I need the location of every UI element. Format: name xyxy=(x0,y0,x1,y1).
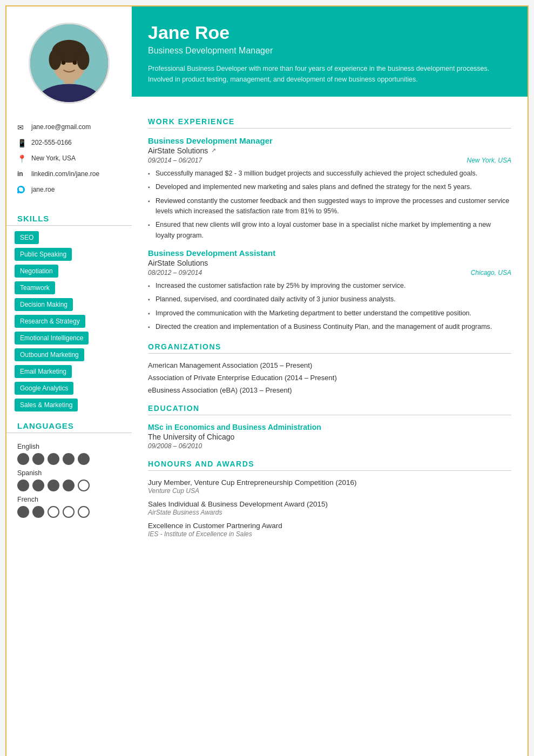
language-dot xyxy=(17,453,29,465)
language-dot xyxy=(32,506,44,518)
language-dot xyxy=(48,480,59,491)
location-item: 📍 New York, USA xyxy=(17,154,121,163)
job-dates: 09/2014 – 06/2017 xyxy=(148,157,202,164)
linkedin-icon: in xyxy=(17,170,27,178)
email-item: ✉ jane.roe@gmail.com xyxy=(17,123,121,132)
job-bullet: Developed and implemented new marketing … xyxy=(148,182,511,192)
language-dot xyxy=(32,480,44,491)
skills-list: SEOPublic SpeakingNegotiationTeamworkDec… xyxy=(6,231,132,417)
language-dots xyxy=(17,480,121,491)
job-bullet: Increased the customer satisfaction rate… xyxy=(148,281,511,291)
award-org: IES - Institute of Excellence in Sales xyxy=(148,530,511,538)
email-value: jane.roe@gmail.com xyxy=(31,123,91,132)
skill-badge: Emotional Intelligence xyxy=(15,332,89,345)
organization-item: Association of Private Enterprise Educat… xyxy=(148,374,511,382)
skype-value: jane.roe xyxy=(31,185,55,194)
svg-point-5 xyxy=(49,49,62,70)
language-dots xyxy=(17,506,121,518)
svg-point-8 xyxy=(73,60,77,65)
skype-icon xyxy=(17,186,27,195)
honours-heading: HONOURS AND AWARDS xyxy=(148,460,511,471)
language-dot xyxy=(78,453,90,465)
svg-point-6 xyxy=(77,49,89,70)
language-dot xyxy=(63,480,75,491)
external-link-icon[interactable]: ↗ xyxy=(211,147,216,154)
job-dates: 08/2012 – 09/2014 xyxy=(148,269,202,276)
phone-value: 202-555-0166 xyxy=(31,138,72,147)
language-dot xyxy=(48,453,59,465)
award-item: Jury Member, Venture Cup Entrepreneurshi… xyxy=(148,478,511,495)
honours-list: Jury Member, Venture Cup Entrepreneurshi… xyxy=(148,478,511,538)
candidate-name: Jane Roe xyxy=(148,22,511,44)
language-dot xyxy=(17,480,29,491)
company-name: AirState Solutions↗ xyxy=(148,146,511,155)
sidebar: ✉ jane.roe@gmail.com 📱 202-555-0166 📍 Ne… xyxy=(6,6,132,756)
candidate-summary: Professional Business Developer with mor… xyxy=(148,63,511,85)
edu-dates: 09/2008 – 06/2010 xyxy=(148,442,511,450)
email-icon: ✉ xyxy=(17,123,27,132)
company-name: AirState Solutions xyxy=(148,259,511,267)
job-item: Business Development AssistantAirState S… xyxy=(148,248,511,333)
language-dot xyxy=(32,453,44,465)
skill-badge: Decision Making xyxy=(15,298,73,311)
education-heading: EDUCATION xyxy=(148,404,511,415)
language-label: Spanish xyxy=(17,469,121,477)
language-dot xyxy=(78,480,90,491)
skill-badge: Teamwork xyxy=(15,281,55,294)
main-content: Jane Roe Business Development Manager Pr… xyxy=(132,6,528,756)
job-bullets: Increased the customer satisfaction rate… xyxy=(148,281,511,333)
contact-section: ✉ jane.roe@gmail.com 📱 202-555-0166 📍 Ne… xyxy=(6,114,132,210)
skill-badge: Research & Strategy xyxy=(15,315,85,328)
award-title: Jury Member, Venture Cup Entrepreneurshi… xyxy=(148,478,511,487)
language-label: French xyxy=(17,496,121,503)
job-location: Chicago, USA xyxy=(471,269,511,276)
avatar-image xyxy=(30,23,108,104)
education-item: MSc in Economics and Business Administra… xyxy=(148,423,511,450)
job-bullet: Improved the communication with the Mark… xyxy=(148,308,511,319)
skill-badge: Negotiation xyxy=(15,265,58,278)
language-dot xyxy=(17,506,29,518)
linkedin-value: linkedin.com/in/jane.roe xyxy=(31,170,99,179)
skills-heading: SKILLS xyxy=(6,210,132,226)
job-title: Business Development Manager xyxy=(148,136,511,145)
language-dot xyxy=(48,506,59,518)
resume-container: ✉ jane.roe@gmail.com 📱 202-555-0166 📍 Ne… xyxy=(5,5,529,756)
job-item: Business Development ManagerAirState Sol… xyxy=(148,136,511,241)
photo-section xyxy=(6,6,132,114)
phone-item: 📱 202-555-0166 xyxy=(17,138,121,147)
work-experience-heading: WORK EXPERIENCE xyxy=(148,117,511,129)
edu-school: The University of Chicago xyxy=(148,433,511,441)
job-bullet: Reviewed constantly the customer feedbac… xyxy=(148,196,511,217)
skill-badge: Email Marketing xyxy=(15,365,72,378)
skill-badge: Public Speaking xyxy=(15,248,72,261)
profile-photo xyxy=(29,23,110,104)
candidate-title: Business Development Manager xyxy=(148,46,511,56)
award-title: Sales Individual & Business Development … xyxy=(148,500,511,508)
job-bullet: Successfully managed $2 - 3 million budg… xyxy=(148,168,511,179)
skill-badge: Sales & Marketing xyxy=(15,399,78,411)
job-bullet: Planned, supervised, and coordinated dai… xyxy=(148,294,511,305)
phone-icon: 📱 xyxy=(17,139,27,147)
language-dot xyxy=(78,506,90,518)
content-body: WORK EXPERIENCE Business Development Man… xyxy=(132,97,528,554)
award-item: Sales Individual & Business Development … xyxy=(148,500,511,516)
languages-heading: LANGUAGES xyxy=(6,417,132,433)
language-dots xyxy=(17,453,121,465)
edu-degree: MSc in Economics and Business Administra… xyxy=(148,423,511,431)
skill-badge: Outbound Marketing xyxy=(15,348,84,361)
job-bullets: Successfully managed $2 - 3 million budg… xyxy=(148,168,511,241)
organizations-list: American Management Association (2015 – … xyxy=(148,361,511,394)
organization-item: American Management Association (2015 – … xyxy=(148,361,511,369)
languages-section: EnglishSpanishFrench xyxy=(6,438,132,523)
job-dates-row: 09/2014 – 06/2017New York, USA xyxy=(148,157,511,164)
job-location: New York, USA xyxy=(467,157,511,164)
header-banner: Jane Roe Business Development Manager Pr… xyxy=(132,6,528,97)
language-label: English xyxy=(17,443,121,450)
award-item: Excellence in Customer Partnering AwardI… xyxy=(148,522,511,538)
job-bullet: Ensured that new clients will grow into … xyxy=(148,220,511,241)
linkedin-item: in linkedin.com/in/jane.roe xyxy=(17,170,121,179)
award-title: Excellence in Customer Partnering Award xyxy=(148,522,511,530)
work-experience-list: Business Development ManagerAirState Sol… xyxy=(148,136,511,333)
award-org: Venture Cup USA xyxy=(148,487,511,495)
language-dot xyxy=(63,506,75,518)
